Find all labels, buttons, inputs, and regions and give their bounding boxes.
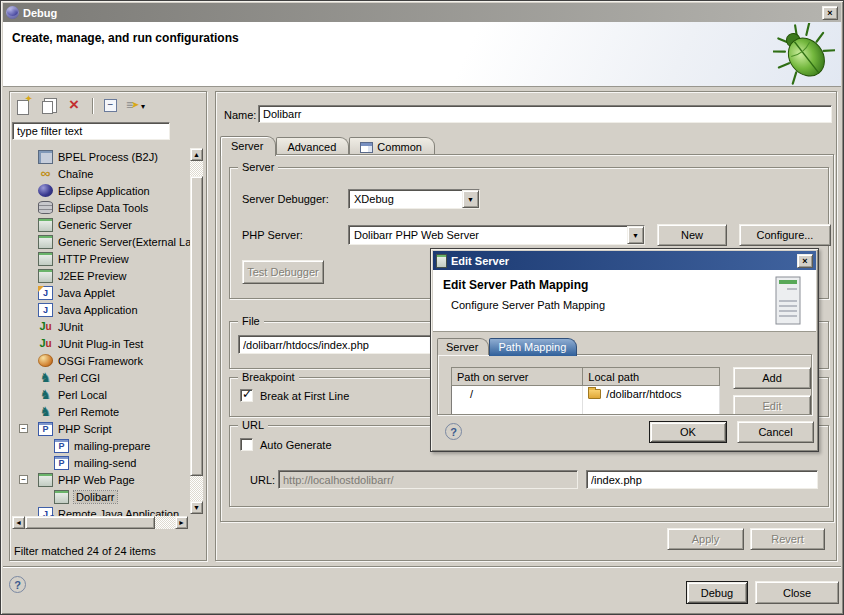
cancel-button[interactable]: Cancel	[737, 421, 814, 443]
expander-icon[interactable]: −	[19, 424, 28, 433]
filter-button[interactable]: ▾	[125, 96, 147, 116]
dialog-tab-server[interactable]: Server	[437, 338, 489, 355]
configuration-tabs: Server Advanced Common	[220, 135, 435, 155]
junit-icon	[38, 320, 53, 334]
scroll-down-button[interactable]: ▼	[190, 501, 203, 514]
tree-item-perl-cgi[interactable]: Perl CGI	[12, 369, 204, 386]
auto-generate-checkbox[interactable]	[240, 438, 253, 451]
tree-item-junit[interactable]: JUnit	[12, 318, 204, 335]
close-button[interactable]: Close	[755, 581, 839, 604]
tree-item-php-web-page[interactable]: −PHP Web Page	[12, 471, 204, 488]
dialog-heading: Edit Server Path Mapping	[433, 270, 816, 292]
tree-item-perl-local[interactable]: Perl Local	[12, 386, 204, 403]
url-base-input[interactable]	[278, 470, 578, 489]
server-icon	[38, 218, 53, 232]
tree-item-java-applet[interactable]: JJava Applet	[12, 284, 204, 301]
server-debugger-label: Server Debugger:	[242, 193, 329, 205]
scroll-right-button[interactable]: ►	[175, 516, 188, 529]
tab-common[interactable]: Common	[349, 137, 435, 155]
expander-icon[interactable]: −	[19, 475, 28, 484]
tree-item-perl-remote[interactable]: Perl Remote	[12, 403, 204, 420]
tree-item-mailing-prepare[interactable]: Pmailing-prepare	[12, 437, 204, 454]
tree-item-eclipse-data-tools[interactable]: Eclipse Data Tools	[12, 199, 204, 216]
dialog-subheading: Configure Server Path Mapping	[433, 292, 816, 311]
edit-mapping-button[interactable]: Edit	[733, 395, 811, 415]
configure-server-button[interactable]: Configure...	[739, 224, 831, 246]
dialog-title: Edit Server	[451, 255, 509, 267]
path-mapping-table: Path on server Local path //dolibarr/htd…	[451, 367, 720, 415]
tab-server[interactable]: Server	[220, 136, 276, 156]
chevron-down-icon[interactable]: ▼	[627, 226, 644, 244]
debug-button[interactable]: Debug	[686, 581, 748, 604]
php-icon: P	[54, 439, 69, 453]
tree-hscroll-thumb[interactable]	[25, 516, 155, 529]
filter-icon	[127, 98, 143, 114]
delete-configuration-button[interactable]	[64, 96, 86, 116]
tree-item-label: Perl Remote	[58, 406, 119, 418]
dialog-close-button[interactable]: ×	[797, 254, 813, 268]
apply-button[interactable]: Apply	[667, 528, 744, 550]
revert-button[interactable]: Revert	[750, 528, 825, 550]
debug-configurations-window: Debug × Create, manage, and run configur…	[0, 0, 844, 615]
scroll-up-button[interactable]: ▲	[190, 148, 203, 161]
tree-item-label: Java Application	[58, 304, 138, 316]
folder-icon	[588, 389, 601, 399]
path-mapping-row[interactable]: //dolibarr/htdocs	[452, 386, 720, 403]
server-debugger-select[interactable]: XDebug ▼	[348, 189, 480, 209]
tree-item-http-preview[interactable]: HTTP Preview	[12, 250, 204, 267]
new-configuration-button[interactable]	[12, 96, 34, 116]
tree-item-junit-plug-in-test[interactable]: JUnit Plug-in Test	[12, 335, 204, 352]
tree-item-cha-ne[interactable]: Chaîne	[12, 165, 204, 182]
tab-advanced[interactable]: Advanced	[276, 137, 349, 155]
break-first-line-checkbox[interactable]	[240, 389, 253, 402]
tree-item-generic-server-external-la[interactable]: Generic Server(External La	[12, 233, 204, 250]
tree-item-label: J2EE Preview	[58, 270, 126, 282]
page-title: Create, manage, and run configurations	[3, 22, 841, 45]
new-server-button[interactable]: New	[657, 224, 727, 246]
tree-item-bpel-process-b2j[interactable]: BPEL Process (B2J)	[12, 148, 204, 165]
filter-input[interactable]	[12, 122, 170, 140]
tree-item-eclipse-application[interactable]: Eclipse Application	[12, 182, 204, 199]
tree-item-label: mailing-prepare	[74, 440, 150, 452]
column-header-local-path[interactable]: Local path	[583, 368, 720, 386]
url-group-legend: URL	[238, 418, 268, 432]
configurations-panel: ▾ BPEL Process (B2J)ChaîneEclipse Applic…	[9, 91, 207, 561]
tree-item-label: mailing-send	[74, 457, 136, 469]
tree-item-osgi-framework[interactable]: OSGi Framework	[12, 352, 204, 369]
duplicate-configuration-button[interactable]	[38, 96, 60, 116]
tree-item-j2ee-preview[interactable]: J2EE Preview	[12, 267, 204, 284]
test-debugger-button[interactable]: Test Debugger	[242, 260, 324, 284]
table-icon	[360, 142, 373, 153]
collapse-all-button[interactable]	[99, 96, 121, 116]
php-server-select[interactable]: Dolibarr PHP Web Server ▼	[348, 225, 645, 245]
chevron-down-icon[interactable]: ▼	[462, 190, 479, 208]
tree-item-mailing-send[interactable]: Pmailing-send	[12, 454, 204, 471]
tree-item-php-script[interactable]: −PPHP Script	[12, 420, 204, 437]
dialog-help-icon[interactable]: ?	[445, 423, 462, 440]
add-mapping-button[interactable]: Add	[733, 367, 811, 389]
tree-item-generic-server[interactable]: Generic Server	[12, 216, 204, 233]
dialog-footer: ? OK Cancel	[433, 413, 816, 449]
dialog-tab-path-mapping[interactable]: Path Mapping	[489, 338, 577, 356]
panel-sash[interactable]	[209, 91, 213, 561]
window-close-button[interactable]: ×	[822, 6, 838, 20]
tree-item-label: Chaîne	[58, 168, 93, 180]
tree-vscroll-thumb[interactable]	[190, 176, 203, 476]
tree-item-dolibarr[interactable]: Dolibarr	[12, 488, 204, 505]
dialog-title-bar[interactable]: Edit Server ×	[433, 251, 816, 270]
column-header-path-on-server[interactable]: Path on server	[452, 368, 583, 386]
tree-item-label: JUnit Plug-in Test	[58, 338, 143, 350]
tree-item-label: Java Applet	[58, 287, 115, 299]
server-icon	[436, 254, 447, 268]
help-icon[interactable]: ?	[9, 576, 26, 593]
auto-generate-label: Auto Generate	[260, 439, 332, 451]
url-label: URL:	[250, 474, 275, 486]
ok-button[interactable]: OK	[649, 421, 727, 443]
window-title-bar[interactable]: Debug ×	[3, 3, 841, 22]
scroll-left-button[interactable]: ◄	[12, 516, 25, 529]
name-input[interactable]	[258, 105, 832, 123]
tree-item-java-application[interactable]: JJava Application	[12, 301, 204, 318]
url-path-input[interactable]	[586, 470, 818, 489]
banner: Create, manage, and run configurations	[3, 22, 841, 87]
php-server-label: PHP Server:	[242, 229, 303, 241]
